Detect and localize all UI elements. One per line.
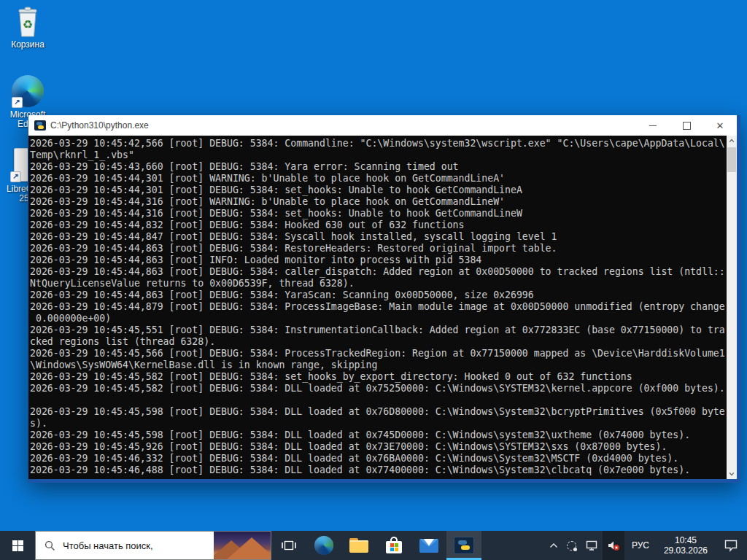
show-hidden-icons-button[interactable] — [545, 531, 562, 560]
log-line: 2026-03-29 10:45:44,832 [root] DEBUG: 53… — [30, 219, 727, 231]
log-line: 2026-03-29 10:45:44,316 [root] WARNING: … — [30, 196, 727, 208]
log-line: 2026-03-29 10:45:44,863 [root] DEBUG: 53… — [30, 289, 727, 301]
volume-button[interactable] — [603, 531, 624, 560]
recycle-bin-icon: ♻ — [0, 6, 55, 38]
log-line: 0.000000e+00) — [30, 313, 727, 324]
log-line: NtQueryLicenseValue returns to 0x00D6539… — [30, 278, 727, 289]
search-highlight-image[interactable] — [214, 532, 271, 559]
vertical-scrollbar[interactable] — [727, 136, 737, 479]
shortcut-arrow-icon: ↗ — [10, 171, 21, 182]
log-line — [30, 394, 727, 406]
close-button[interactable]: ✕ — [703, 115, 737, 136]
taskbar: РУС 10:45 29.03.2026 — [0, 531, 747, 560]
desktop-icon-recycle-bin[interactable]: ♻ Корзина — [0, 6, 55, 50]
action-center-icon — [724, 539, 738, 552]
maximize-icon — [683, 122, 691, 130]
edge-icon: ↗ — [0, 74, 55, 108]
taskbar-app-store[interactable] — [376, 531, 411, 560]
network-button[interactable] — [581, 531, 603, 560]
log-line: cked regions list (thread 6328). — [30, 336, 727, 348]
chevron-up-icon — [549, 542, 558, 548]
log-line: 2026-03-29 10:45:45,598 [root] DEBUG: 53… — [30, 429, 727, 441]
svg-text:♻: ♻ — [23, 18, 33, 31]
log-line: 2026-03-29 10:45:44,879 [root] DEBUG: 53… — [30, 301, 727, 313]
log-line: \Windows\SysWOW64\KernelBase.dll is in k… — [30, 359, 727, 371]
system-tray: РУС 10:45 29.03.2026 — [545, 531, 747, 560]
taskbar-search[interactable] — [35, 531, 271, 560]
edge-icon — [314, 536, 333, 555]
log-line: 2026-03-29 10:45:46,488 [root] DEBUG: 53… — [30, 464, 727, 476]
scroll-down-icon[interactable] — [727, 469, 737, 479]
search-icon — [44, 540, 55, 551]
maximize-button[interactable] — [670, 115, 703, 136]
python-console-icon — [454, 537, 474, 554]
task-view-icon — [282, 540, 296, 551]
microsoft-store-icon — [385, 537, 403, 554]
console-output[interactable]: 2026-03-29 10:45:42,566 [root] DEBUG: 53… — [28, 136, 727, 479]
log-line: 2026-03-29 10:45:44,863 [root] DEBUG: 53… — [30, 243, 727, 254]
tray-status-button[interactable] — [562, 531, 581, 560]
taskbar-app-mail[interactable] — [411, 531, 446, 560]
desktop-icon-label: Корзина — [0, 40, 55, 50]
log-line: 2026-03-29 10:45:45,566 [root] DEBUG: 53… — [30, 348, 727, 359]
log-line: 2026-03-29 10:45:45,582 [root] DEBUG: 53… — [30, 371, 727, 383]
log-line: Temp\rknrl_1_.vbs" — [30, 149, 727, 161]
search-input[interactable] — [61, 540, 214, 552]
console-window: C:\Python310\python.exe ✕ 2026-03-29 10:… — [28, 115, 740, 483]
clock-time: 10:45 — [664, 535, 708, 545]
log-line: 2026-03-29 10:45:45,598 [root] DEBUG: 53… — [30, 406, 727, 418]
taskbar-clock[interactable]: 10:45 29.03.2026 — [657, 535, 715, 556]
scroll-up-icon[interactable] — [727, 136, 737, 146]
log-line: 2026-03-29 10:45:44,316 [root] DEBUG: 53… — [30, 208, 727, 219]
log-line: 2026-03-29 10:45:44,301 [root] WARNING: … — [30, 173, 727, 184]
taskbar-app-python-console[interactable] — [446, 531, 481, 560]
log-line: s). — [30, 418, 727, 429]
minimize-icon — [649, 125, 657, 126]
shortcut-arrow-icon: ↗ — [12, 97, 23, 108]
action-center-button[interactable] — [715, 531, 747, 560]
taskbar-app-file-explorer[interactable] — [341, 531, 376, 560]
scrollbar-thumb[interactable] — [727, 147, 736, 172]
minimize-button[interactable] — [636, 115, 670, 136]
file-explorer-icon — [349, 538, 368, 553]
log-line: 2026-03-29 10:45:44,863 [root] DEBUG: 53… — [30, 266, 727, 278]
log-line: 2026-03-29 10:45:44,847 [root] DEBUG: 53… — [30, 231, 727, 243]
close-icon: ✕ — [716, 121, 724, 131]
window-title: C:\Python310\python.exe — [50, 120, 636, 131]
python-console-icon — [34, 120, 46, 131]
log-line: 2026-03-29 10:45:43,660 [root] DEBUG: 53… — [30, 161, 727, 173]
log-line: 2026-03-29 10:45:46,332 [root] DEBUG: 53… — [30, 453, 727, 464]
log-line: 2026-03-29 10:45:44,863 [root] INFO: Loa… — [30, 254, 727, 266]
volume-muted-icon — [607, 540, 620, 551]
log-line: 2026-03-29 10:45:45,582 [root] DEBUG: 53… — [30, 383, 727, 394]
log-line: 2026-03-29 10:45:45,926 [root] DEBUG: 53… — [30, 441, 727, 453]
window-titlebar[interactable]: C:\Python310\python.exe ✕ — [28, 115, 737, 136]
log-line: 2026-03-29 10:45:44,301 [root] DEBUG: 53… — [30, 184, 727, 196]
sync-status-icon — [567, 541, 576, 551]
log-line: 2026-03-29 10:45:42,566 [root] DEBUG: 53… — [30, 138, 727, 149]
language-indicator[interactable]: РУС — [624, 540, 657, 551]
taskbar-app-edge[interactable] — [306, 531, 341, 560]
start-button[interactable] — [0, 531, 35, 560]
task-view-button[interactable] — [271, 531, 306, 560]
clock-date: 29.03.2026 — [664, 545, 708, 556]
mail-icon — [419, 539, 438, 553]
log-line: 2026-03-29 10:45:45,551 [root] DEBUG: 53… — [30, 324, 727, 336]
windows-logo-icon — [12, 540, 23, 551]
network-ethernet-icon — [585, 540, 598, 551]
